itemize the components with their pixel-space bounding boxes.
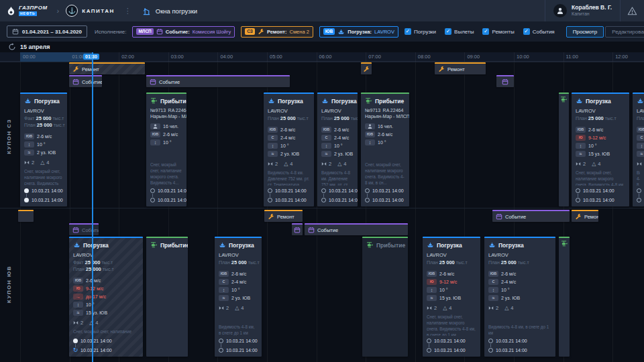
user-name: Кораблев В. Г. (572, 5, 612, 11)
time-marker-icon (488, 348, 493, 353)
loading-card[interactable]: ПогрузкаLAVROVПлан 25 000 тыс.тЮВ2-6 м/с… (317, 93, 358, 206)
vessel-name: LAVROV (219, 252, 258, 258)
wind-direction-badge: С (268, 135, 278, 141)
time-marker-icon (268, 188, 272, 193)
warning-icon: △4 (284, 161, 292, 167)
warning-icon: △4 (235, 305, 244, 311)
metric-row: Ю9-12 м/с (576, 135, 625, 141)
arrival-card[interactable]: Прибытие№9713 RA 22464Нарьян-Мар - МЛСП1… (146, 93, 186, 206)
alerts-button[interactable] (620, 0, 644, 21)
loading-card[interactable]: ПогрузкаLAVROVФакт 25 000 тыс.тПлан 25 0… (69, 237, 143, 357)
loading-card[interactable]: ПогрузкаLAVROVФакт 25 000 тыс.тПлан 25 0… (20, 93, 67, 206)
repair-bar[interactable] (361, 62, 372, 74)
metric-row: ЮВ2-6 м/с (321, 127, 354, 133)
time-range: 10.03.21 14:0010.03.21 14:00 (576, 188, 625, 203)
repair-bar[interactable]: Ремонт (69, 62, 145, 74)
time-range: 10.03.21 14:0010.03.21 14:00 (268, 188, 310, 203)
crossing-icon: 2 (219, 305, 229, 311)
card-title: Погрузка (437, 242, 462, 249)
metric-value: 2-6 м/с (86, 278, 101, 283)
event-bar[interactable] (496, 75, 514, 87)
arrival-card[interactable]: Прибытие№9713 RA 22464Нарьян-Мар - МЛСП1… (361, 93, 409, 206)
time-text: 10.03.21 14:00 (158, 198, 186, 202)
metric-row: ≈15 уз. ЮВ (73, 310, 139, 316)
event-bar[interactable]: Событие (69, 223, 99, 235)
loading-card[interactable]: ПогрузкаLAVROVПлан 25 000 тыс.тЮВ2-6 м/с… (633, 93, 644, 206)
time-row: 10.03.21 14:00 (488, 347, 551, 353)
bar-label: Событие (82, 227, 99, 233)
metric-row: ↕10 ° (637, 143, 640, 149)
heli-icon (561, 240, 568, 247)
weather-summary: Снег, мокрый снег, налипание мокрого сне… (576, 167, 625, 186)
metric-value: 2-4 м/с (280, 135, 295, 140)
loading-card[interactable]: ПогрузкаLAVROVПлан 25 000 тыс.тЮВ2-6 м/с… (215, 237, 262, 357)
date-range-picker[interactable]: 01.04.2021 – 31.04.2020 (7, 25, 87, 38)
vessel-name: LAVROV (637, 108, 640, 114)
layer-checkbox-вылеты[interactable]: ✓Вылеты (445, 28, 474, 35)
flag-value: 2 (583, 161, 586, 167)
ship-icon (488, 241, 496, 249)
user-menu[interactable]: Кораблев В. Г. Капитан (545, 0, 620, 21)
chevron-right-icon[interactable]: › (54, 7, 62, 15)
filter-chip-loading[interactable]: ЮВ Погрузка: LAVROV (319, 26, 398, 38)
arrival-card[interactable]: Прибытие (146, 237, 188, 357)
metric-row: ЮВ2-6 м/с (637, 127, 640, 133)
flight-route: Нарьян-Мар - МЛСП (150, 114, 182, 119)
hour-tick-label: 03:00 (171, 54, 184, 60)
person-icon (556, 7, 564, 15)
layer-checkbox-ремонты[interactable]: ✓Ремонты (482, 28, 514, 35)
metric-row: ЮВ2-6 м/с (73, 278, 139, 284)
repair-bar[interactable]: Ремонт (264, 210, 303, 222)
metric-row: ↕10 ° (268, 143, 310, 149)
menu-dots-icon[interactable]: ⋮ (119, 7, 137, 15)
loading-card[interactable]: ПогрузкаLAVROVПлан 25 000 тыс.тЮВ2-6 м/с… (484, 237, 555, 357)
restriction-flags: 2△4 (219, 305, 258, 311)
repair-bar[interactable] (18, 210, 34, 222)
event-bar[interactable]: Событие (69, 75, 102, 87)
mode-button-view[interactable]: Просмотр (566, 26, 604, 38)
metric-value: 2-6 м/с (439, 272, 454, 276)
metric-row: ↕10 ° (427, 287, 476, 293)
time-range: 10.03.21 14:0010.03.21 14:00 (427, 338, 476, 353)
wind-direction-badge: ЮВ (576, 127, 586, 133)
event-bar[interactable]: Событие (305, 223, 408, 235)
mode-button-edit[interactable]: Редактирование (605, 26, 644, 38)
layer-checkbox-события[interactable]: ✓События (523, 28, 555, 35)
filter-chip-repair[interactable]: СЗ Ремонт: Смена 2 (241, 26, 313, 38)
event-bar[interactable] (292, 223, 303, 235)
loading-card[interactable]: ПогрузкаLAVROVПлан 25 000 тыс.тЮВ2-6 м/с… (572, 93, 629, 206)
arrival-card[interactable] (559, 93, 569, 206)
metric-value: 2 уз. ЮВ (280, 152, 299, 156)
card-header: Погрузка (488, 241, 551, 249)
metric-value: 10 ° (231, 288, 240, 292)
repair-bar[interactable]: Ремонт (572, 210, 598, 222)
layer-checkbox-погрузки[interactable]: ✓Погрузки (405, 28, 436, 35)
flag-value: 4 (511, 305, 513, 311)
bar-label: Событие (317, 227, 338, 233)
metric-value: 9-12 м/с (439, 280, 457, 284)
metric-value: 2-6 м/с (163, 132, 178, 137)
arrival-card[interactable] (559, 237, 570, 357)
loading-card[interactable]: ПогрузкаLAVROVПлан 25 000 тыс.тЮВ2-6 м/с… (423, 237, 480, 357)
warning-icon: △4 (89, 320, 98, 326)
time-text: 10.03.21 14:00 (583, 188, 614, 193)
repair-bar[interactable]: Ремонт (435, 62, 486, 74)
event-bar[interactable]: Событие (492, 210, 570, 222)
time-range: 10.03.21 14:00↻10.03.21 14:00 (73, 338, 139, 353)
metric-value: 2-4 м/с (231, 280, 246, 284)
ship-icon (427, 241, 434, 249)
hour-tick-label: 10:00 (517, 54, 529, 60)
calendar-icon (72, 78, 79, 85)
wave-icon: ≈ (219, 295, 229, 301)
heli-icon (366, 241, 374, 249)
refresh-icon[interactable] (8, 43, 16, 51)
loading-card[interactable]: ПогрузкаLAVROVПлан 25 000 тыс.тЮВ2-6 м/с… (264, 93, 314, 206)
event-bar[interactable]: Событие (146, 75, 290, 87)
arrival-card[interactable]: Прибытие (362, 237, 408, 357)
metric-value: 2 уз. ЮВ (37, 150, 56, 155)
weather-metrics: ЮВ2-6 м/сС2-4 м/с↕10 °≈2 уз. ЮВ (219, 271, 258, 301)
filter-chip-event[interactable]: МЛСП Событие: Комиссия Шойгу (132, 26, 235, 38)
hour-tick-label: 08:00 (418, 54, 431, 60)
wrench-icon (438, 66, 445, 72)
metric-value: 2-6 м/с (588, 127, 603, 132)
